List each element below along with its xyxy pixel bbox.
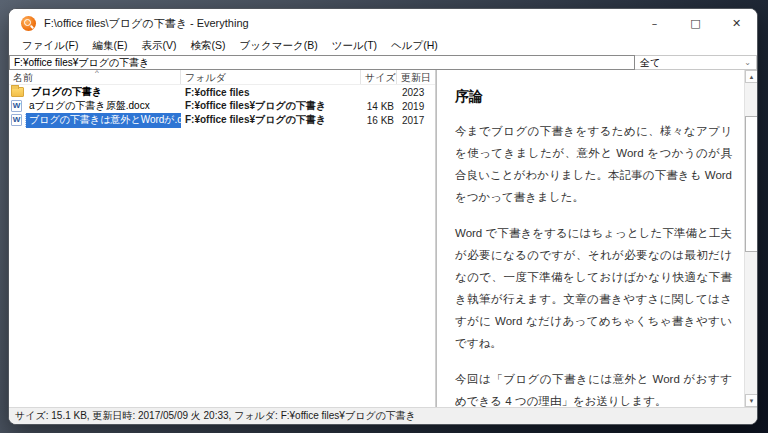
row-modified: 2017 [397, 115, 435, 126]
document-preview: 序論 今までブログの下書きをするために、様々なアプリを使ってきましたが、意外と … [437, 70, 744, 407]
preview-scrollbar[interactable]: ▲ ▼ [744, 70, 757, 407]
title-bar[interactable]: F:\office files\ブログの下書き - Everything – □… [9, 9, 757, 37]
table-row-selected[interactable]: ブログの下書きは意外とWordが.docx F:¥office files¥ブロ… [9, 113, 435, 127]
menu-bookmarks[interactable]: ブックマーク(B) [232, 37, 324, 55]
menu-file[interactable]: ファイル(F) [15, 37, 85, 55]
row-name: aブログの下書き原盤.docx [26, 99, 153, 114]
filter-dropdown[interactable]: 全て ⌄ [635, 55, 757, 70]
row-size: 14 KB [361, 101, 397, 112]
menu-search[interactable]: 検索(S) [183, 37, 232, 55]
column-header-modified[interactable]: 更新日 [397, 70, 435, 84]
scrollbar-thumb[interactable] [745, 116, 758, 252]
content-area: ^ 名前 フォルダ サイズ 更新日 ブログの下書き F:¥office file… [9, 70, 757, 407]
file-list-pane: ^ 名前 フォルダ サイズ 更新日 ブログの下書き F:¥office file… [9, 70, 436, 407]
everything-window: F:\office files\ブログの下書き - Everything – □… [8, 8, 758, 425]
menu-bar: ファイル(F) 編集(E) 表示(V) 検索(S) ブックマーク(B) ツール(… [9, 37, 757, 55]
scroll-up-icon[interactable]: ▲ [745, 70, 758, 83]
menu-view[interactable]: 表示(V) [134, 37, 183, 55]
file-rows: ブログの下書き F:¥office files 2023 aブログの下書き原盤.… [9, 85, 435, 407]
row-modified: 2019 [397, 101, 435, 112]
minimize-button[interactable]: – [634, 9, 675, 37]
chevron-down-icon: ⌄ [744, 58, 751, 67]
row-folder: F:¥office files¥ブログの下書き [181, 113, 361, 127]
word-doc-icon [11, 100, 22, 112]
menu-tools[interactable]: ツール(T) [325, 37, 384, 55]
table-row[interactable]: ブログの下書き F:¥office files 2023 [9, 85, 435, 99]
window-controls: – □ ✕ [634, 9, 757, 37]
column-header-size[interactable]: サイズ [361, 70, 397, 84]
maximize-button[interactable]: □ [675, 9, 716, 37]
table-row[interactable]: aブログの下書き原盤.docx F:¥office files¥ブログの下書き … [9, 99, 435, 113]
preview-heading-intro: 序論 [455, 88, 732, 106]
sort-indicator-icon: ^ [95, 68, 99, 77]
search-input[interactable] [9, 55, 635, 70]
row-size: 16 KB [361, 115, 397, 126]
scroll-down-icon[interactable]: ▼ [745, 394, 758, 407]
row-name: ブログの下書き [28, 85, 105, 100]
preview-paragraph: 今までブログの下書きをするために、様々なアプリを使ってきましたが、意外と Wor… [455, 120, 732, 208]
column-header-folder[interactable]: フォルダ [181, 70, 361, 84]
search-row: 全て ⌄ [9, 55, 757, 70]
word-doc-icon [11, 114, 22, 126]
everything-app-icon [21, 16, 36, 31]
row-folder: F:¥office files¥ブログの下書き [181, 99, 361, 113]
close-button[interactable]: ✕ [716, 9, 757, 37]
folder-icon [11, 87, 24, 97]
preview-paragraph: 今回は「ブログの下書きには意外と Word がおすすめできる 4 つの理由」をお… [455, 368, 732, 407]
status-text: サイズ: 15.1 KB, 更新日時: 2017/05/09 火 20:33, … [15, 409, 416, 423]
menu-help[interactable]: ヘルプ(H) [384, 37, 445, 55]
status-bar: サイズ: 15.1 KB, 更新日時: 2017/05/09 火 20:33, … [9, 407, 757, 424]
filter-value: 全て [640, 56, 660, 70]
menu-edit[interactable]: 編集(E) [85, 37, 134, 55]
preview-paragraph: Word で下書きをするにはちょっとした下準備と工夫が必要になるのですが、それが… [455, 222, 732, 354]
column-header-row: ^ 名前 フォルダ サイズ 更新日 [9, 70, 435, 85]
window-title: F:\office files\ブログの下書き - Everything [44, 16, 249, 31]
row-modified: 2023 [397, 87, 435, 98]
row-name: ブログの下書きは意外とWordが.docx [26, 113, 181, 128]
preview-pane: 序論 今までブログの下書きをするために、様々なアプリを使ってきましたが、意外と … [436, 70, 757, 407]
row-folder: F:¥office files [181, 87, 361, 98]
